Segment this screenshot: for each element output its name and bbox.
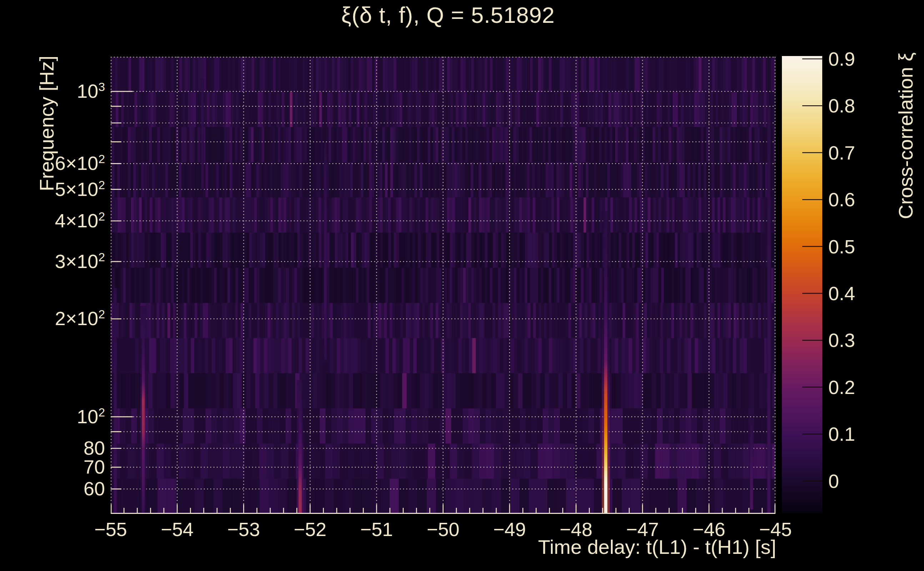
colorbar-tick-label: 0.4 — [828, 282, 855, 304]
x-tick-label: −51 — [360, 518, 393, 540]
x-tick-label: −54 — [161, 518, 193, 540]
y-tick-label: 6×102 — [55, 153, 105, 173]
colorbar-tick-label: 0.7 — [828, 142, 855, 164]
colorbar-tick-label: 0.1 — [828, 423, 855, 445]
colorbar-tick-label: 0 — [828, 470, 839, 492]
x-tick-label: −53 — [227, 518, 260, 540]
colorbar-tick-label: 0.3 — [828, 329, 855, 351]
x-tick-label: −46 — [693, 518, 726, 540]
colorbar-tick-label: 0.2 — [828, 376, 855, 398]
x-tick-label: −55 — [94, 518, 127, 540]
colorbar-tick-label: 0.5 — [828, 236, 855, 258]
colorbar-tick-label: 0.6 — [828, 188, 855, 211]
x-tick-label: −49 — [493, 518, 526, 540]
x-tick-label: −47 — [626, 518, 659, 540]
colorbar-tick-label: 0.9 — [828, 48, 855, 70]
y-tick-label: 60 — [83, 479, 105, 498]
spectrogram-heatmap — [111, 57, 776, 514]
x-tick-label: −50 — [426, 518, 459, 540]
y-tick-label: 4×102 — [55, 211, 105, 230]
colorbar-gradient — [782, 56, 822, 513]
x-tick-label: −52 — [294, 518, 327, 540]
y-tick-label: 5×102 — [55, 179, 105, 199]
y-tick-label: 103 — [77, 81, 105, 100]
y-tick-label: 102 — [77, 407, 105, 426]
y-tick-label: 80 — [83, 438, 105, 457]
x-tick-label: −48 — [560, 518, 593, 540]
root-canvas-figure: ξ(δ t, f), Q = 5.51892 Frequency [Hz] Ti… — [0, 0, 924, 571]
x-tick-label: −45 — [759, 518, 792, 540]
y-tick-label: 70 — [83, 457, 105, 477]
colorbar-tick-label: 0.8 — [828, 94, 855, 117]
colorbar-axis-title: Cross-correlation ξ — [894, 52, 917, 219]
chart-title: ξ(δ t, f), Q = 5.51892 — [0, 2, 896, 28]
y-tick-label: 3×102 — [55, 252, 105, 271]
y-tick-label: 2×102 — [55, 309, 105, 328]
